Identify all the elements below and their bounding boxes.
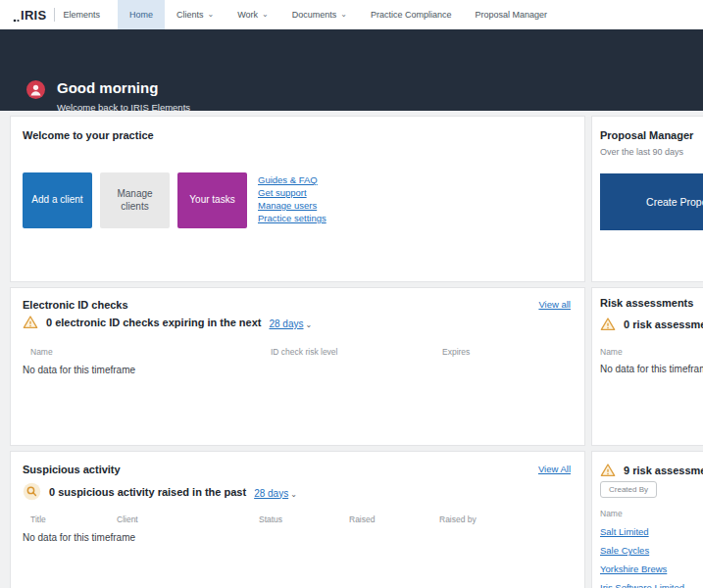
- create-proposal-button[interactable]: Create Proposal: [600, 173, 703, 230]
- quick-links: Guides & FAQ Get support Manage users Pr…: [258, 173, 326, 224]
- risk-assessments-title: Risk assessments: [600, 297, 693, 309]
- suspicious-activity-title: Suspicious activity: [23, 464, 121, 475]
- chevron-down-icon: ⌄: [290, 490, 297, 499]
- manage-clients-button[interactable]: Manage clients: [100, 172, 170, 228]
- iris-logo: IRIS: [13, 8, 46, 23]
- practice-settings-link[interactable]: Practice settings: [258, 212, 326, 224]
- eid-col-risk-level: ID check risk level: [271, 347, 338, 357]
- risk-assessments-list-card: 9 risk assessments in total Created By N…: [591, 451, 703, 588]
- eid-col-name: Name: [30, 347, 53, 357]
- eid-timeframe-dropdown[interactable]: 28 days⌄: [269, 314, 312, 331]
- created-by-filter-chip[interactable]: Created By: [600, 481, 657, 498]
- suspicious-summary: 0 suspicious activity raised in the past…: [23, 482, 297, 501]
- logo-divider: [54, 8, 55, 22]
- risk-list-summary: 9 risk assessments in total: [600, 463, 703, 478]
- risk-summary: 0 risk assessments expiring in the next: [600, 317, 703, 332]
- eid-timeframe-link[interactable]: 28 days: [269, 318, 303, 329]
- suspicious-view-all-link[interactable]: View All: [538, 464, 571, 474]
- hero-header: Good morning Welcome back to IRIS Elemen…: [0, 29, 703, 111]
- search-alert-icon: [23, 482, 41, 501]
- risk-list-col-name: Name: [600, 509, 623, 518]
- greeting-subtitle: Welcome back to IRIS Elements: [57, 102, 190, 113]
- risk-client-links: Salt Limited Sale Cycles Yorkshire Brews…: [600, 522, 684, 588]
- nav-item-work[interactable]: Work⌄: [226, 0, 280, 29]
- chevron-down-icon: ⌄: [340, 11, 347, 19]
- client-link-salt-limited[interactable]: Salt Limited: [600, 522, 684, 541]
- susp-col-client: Client: [117, 514, 138, 524]
- warning-triangle-icon: [23, 315, 38, 330]
- client-link-yorkshire-brews[interactable]: Yorkshire Brews: [600, 560, 684, 578]
- logo: IRIS Elements: [0, 0, 100, 29]
- electronic-id-checks-card: Electronic ID checks View all 0 electron…: [10, 287, 585, 446]
- eid-summary: 0 electronic ID checks expiring in the n…: [23, 314, 312, 331]
- nav-item-proposal-manager[interactable]: Proposal Manager: [464, 0, 560, 29]
- eid-view-all-link[interactable]: View all: [538, 299, 571, 310]
- logo-brand-text: IRIS: [21, 8, 46, 23]
- suspicious-empty-state: No data for this timeframe: [23, 532, 135, 543]
- welcome-card: Welcome to your practice Add a client Ma…: [10, 116, 585, 282]
- risk-assessments-card: Risk assessments 0 risk assessments expi…: [591, 287, 703, 446]
- chevron-down-icon: ⌄: [306, 320, 313, 329]
- nav-items: Home Clients⌄ Work⌄ Documents⌄ Practice …: [118, 0, 559, 29]
- chevron-down-icon: ⌄: [262, 11, 269, 19]
- logo-product-text: Elements: [63, 10, 100, 20]
- suspicious-activity-card: Suspicious activity View All 0 suspiciou…: [10, 451, 585, 588]
- warning-triangle-icon: [600, 317, 616, 332]
- eid-summary-text: 0 electronic ID checks expiring in the n…: [46, 317, 261, 328]
- nav-item-clients[interactable]: Clients⌄: [165, 0, 226, 29]
- suspicious-timeframe-link[interactable]: 28 days: [254, 488, 288, 499]
- nav-item-practice-compliance[interactable]: Practice Compliance: [359, 0, 464, 29]
- client-link-iris-software-limited[interactable]: Iris Software Limited: [600, 578, 684, 588]
- iris-elements-dashboard: IRIS Elements Home Clients⌄ Work⌄ Docume…: [0, 0, 703, 588]
- manage-users-link[interactable]: Manage users: [258, 199, 326, 212]
- user-avatar-icon: [26, 80, 45, 99]
- eid-empty-state: No data for this timeframe: [23, 365, 135, 375]
- your-tasks-button[interactable]: Your tasks: [177, 172, 247, 228]
- warning-triangle-icon: [600, 463, 616, 478]
- proposal-manager-card: Proposal Manager Over the last 90 days C…: [591, 116, 703, 282]
- iris-logo-dots-icon: [13, 11, 20, 23]
- suspicious-summary-text: 0 suspicious activity raised in the past: [49, 486, 246, 498]
- nav-item-home[interactable]: Home: [118, 0, 165, 29]
- get-support-link[interactable]: Get support: [258, 186, 326, 199]
- susp-col-title: Title: [30, 514, 46, 524]
- nav-item-documents[interactable]: Documents⌄: [280, 0, 359, 29]
- susp-col-raised-by: Raised by: [439, 514, 477, 524]
- chevron-down-icon: ⌄: [208, 11, 215, 19]
- top-navigation: IRIS Elements Home Clients⌄ Work⌄ Docume…: [0, 0, 703, 29]
- welcome-card-title: Welcome to your practice: [23, 129, 154, 141]
- proposal-manager-title: Proposal Manager: [600, 129, 693, 141]
- risk-empty-state: No data for this timeframe: [600, 364, 703, 374]
- risk-summary-text: 0 risk assessments expiring in the next: [624, 318, 703, 330]
- risk-list-summary-text: 9 risk assessments in total: [624, 465, 703, 476]
- eid-col-expires: Expires: [442, 347, 470, 357]
- proposal-manager-subtitle: Over the last 90 days: [600, 147, 683, 157]
- guides-faq-link[interactable]: Guides & FAQ: [258, 173, 326, 186]
- susp-col-raised: Raised: [349, 514, 375, 524]
- client-link-sale-cycles[interactable]: Sale Cycles: [600, 541, 684, 560]
- susp-col-status: Status: [259, 514, 282, 524]
- add-client-button[interactable]: Add a client: [23, 172, 92, 228]
- greeting-title: Good morning: [57, 79, 158, 96]
- suspicious-timeframe-dropdown[interactable]: 28 days⌄: [254, 483, 297, 501]
- risk-col-name: Name: [600, 347, 623, 357]
- quick-action-buttons: Add a client Manage clients Your tasks: [23, 172, 247, 228]
- eid-checks-title: Electronic ID checks: [23, 299, 128, 311]
